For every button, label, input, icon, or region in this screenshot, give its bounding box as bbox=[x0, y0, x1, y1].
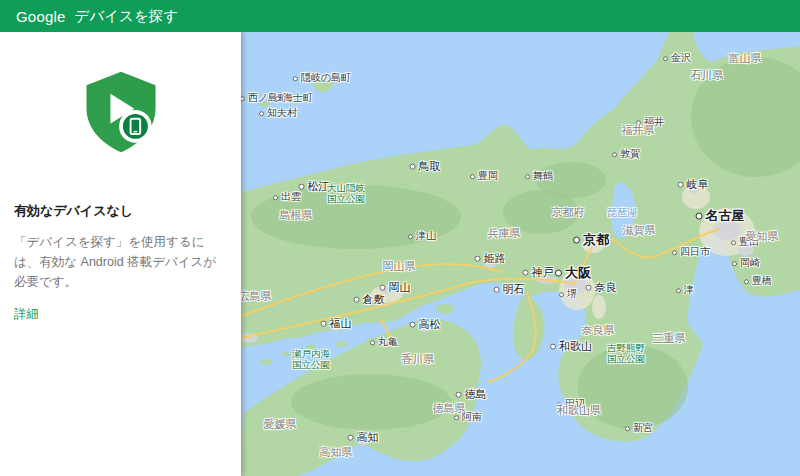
map-label-city: 松江 bbox=[299, 180, 330, 193]
map-label-town: 海士町 bbox=[275, 92, 313, 104]
map-label-city: 岡山 bbox=[380, 281, 411, 294]
map-label-city: 明石 bbox=[494, 283, 525, 296]
content-area: 有効なデバイスなし 「デバイスを探す」を使用するには、有効な Android 搭… bbox=[0, 32, 800, 476]
map-label-town: 知夫村 bbox=[259, 107, 297, 119]
map-canvas[interactable]: 大阪京都名古屋松江鳥取岡山倉敷福山高松徳島高知姫路明石神戸奈良岐阜和歌山出雲津山… bbox=[241, 32, 800, 476]
map-label-pref: 滋賀県 bbox=[623, 224, 656, 237]
map-label-city: 奈良 bbox=[586, 281, 617, 294]
map-label-park: 吉野熊野 国立公園 bbox=[607, 343, 645, 365]
status-title: 有効なデバイスなし bbox=[14, 202, 227, 220]
map-label-pref: 福井県 bbox=[622, 124, 655, 137]
map-label-metro: 京都 bbox=[573, 233, 609, 248]
map-label-park: 大山隠岐 国立公園 bbox=[327, 183, 365, 205]
map-label-town: 堺 bbox=[559, 288, 577, 300]
map-label-town: 舞鶴 bbox=[525, 170, 553, 182]
map-label-pref: 京都府 bbox=[552, 206, 585, 219]
map-label-pref: 徳島県 bbox=[433, 402, 466, 415]
map-label-town: 津山 bbox=[408, 230, 436, 242]
map-label-town: 敦賀 bbox=[612, 148, 640, 160]
map-label-town: 新宮 bbox=[625, 422, 653, 434]
learn-more-link[interactable]: 詳細 bbox=[14, 306, 39, 323]
map-label-pref: 石川県 bbox=[691, 69, 724, 82]
find-my-device-shield-icon bbox=[0, 32, 241, 162]
map-label-pref: 島根県 bbox=[280, 209, 313, 222]
app-title: デバイスを探す bbox=[75, 7, 179, 26]
device-panel: 有効なデバイスなし 「デバイスを探す」を使用するには、有効な Android 搭… bbox=[0, 32, 241, 476]
map-label-pref: 奈良県 bbox=[582, 324, 615, 337]
map-label-metro: 名古屋 bbox=[696, 209, 745, 224]
map-label-city: 高知 bbox=[348, 431, 379, 444]
map-label-pref: 香川県 bbox=[402, 353, 435, 366]
map-label-town: 出雲 bbox=[273, 191, 301, 203]
status-description: 「デバイスを探す」を使用するには、有効な Android 搭載デバイスが必要です… bbox=[14, 232, 227, 292]
map-label-city: 高松 bbox=[410, 318, 441, 331]
map-label-city: 和歌山 bbox=[550, 340, 592, 353]
map-label-town: 岡崎 bbox=[732, 257, 760, 269]
map-label-city: 倉敷 bbox=[354, 293, 385, 306]
map-label-city: 徳島 bbox=[456, 388, 487, 401]
map-label-town: 金沢 bbox=[663, 52, 691, 64]
map-label-water: 琵琶湖 bbox=[607, 207, 637, 219]
map-label-city: 神戸 bbox=[523, 266, 554, 279]
map-label-town: 豊橋 bbox=[744, 275, 772, 287]
map-label-city: 岐阜 bbox=[678, 178, 709, 191]
google-logo: Google bbox=[16, 8, 66, 25]
map-label-pref: 和歌山県 bbox=[557, 404, 601, 417]
map-label-pref: 三重県 bbox=[653, 332, 686, 345]
map-label-park: 瀬戸内海 国立公園 bbox=[292, 349, 330, 371]
map-label-pref: 兵庫県 bbox=[488, 227, 521, 240]
map-label-pref: 愛知県 bbox=[746, 230, 779, 243]
map-label-pref: 広島県 bbox=[241, 290, 272, 303]
app-header: Google デバイスを探す bbox=[0, 0, 800, 32]
map-labels-layer: 大阪京都名古屋松江鳥取岡山倉敷福山高松徳島高知姫路明石神戸奈良岐阜和歌山出雲津山… bbox=[241, 32, 800, 476]
map-label-town: 四日市 bbox=[672, 246, 710, 258]
device-badge-circle bbox=[121, 112, 150, 141]
map-label-pref: 高知県 bbox=[320, 446, 353, 459]
map-label-city: 姫路 bbox=[475, 252, 506, 265]
map-label-pref: 富山県 bbox=[729, 52, 762, 65]
map-label-town: 津 bbox=[676, 284, 694, 296]
map-label-city: 鳥取 bbox=[410, 160, 441, 173]
map-label-town: 隠岐の島町 bbox=[293, 72, 351, 84]
map-label-pref: 愛媛県 bbox=[264, 418, 297, 431]
find-my-device-app: Google デバイスを探す 有効なデバイスなし 「デバイスを探す」を使用するに… bbox=[0, 0, 800, 476]
map-label-metro: 大阪 bbox=[555, 266, 591, 281]
map-label-town: 丸亀 bbox=[370, 336, 398, 348]
map-label-city: 福山 bbox=[321, 317, 352, 330]
map-label-town: 豊岡 bbox=[470, 170, 498, 182]
map-label-pref: 岡山県 bbox=[383, 260, 416, 273]
